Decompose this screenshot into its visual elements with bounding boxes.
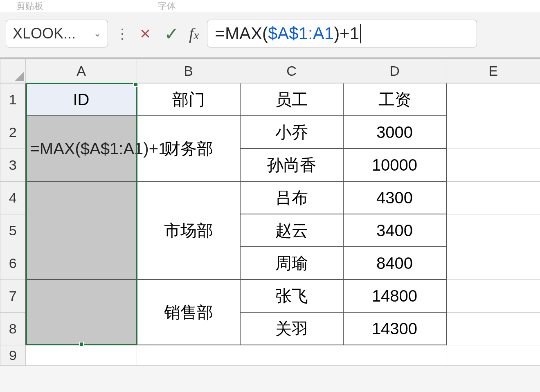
cell-C9[interactable]: [240, 345, 343, 365]
cancel-icon[interactable]: ×: [137, 23, 154, 44]
cell-D4[interactable]: 4300: [343, 181, 446, 214]
row-header-9[interactable]: 9: [0, 345, 26, 365]
formula-input[interactable]: =MAX($A$1:A1)+1: [207, 20, 477, 47]
cell-C5[interactable]: 赵云: [240, 214, 343, 247]
cell-E7[interactable]: [446, 279, 540, 312]
cell-D9[interactable]: [343, 345, 446, 365]
select-all-corner[interactable]: [0, 59, 26, 83]
cell-E6[interactable]: [446, 247, 540, 279]
cell-B1[interactable]: 部门: [137, 83, 240, 116]
cell-D1[interactable]: 工资: [343, 83, 446, 116]
cell-D2[interactable]: 3000: [343, 116, 446, 149]
cell-C4[interactable]: 吕布: [240, 181, 343, 214]
cell-A1[interactable]: ID: [26, 83, 137, 116]
cell-D7[interactable]: 14800: [343, 279, 446, 312]
col-header-A[interactable]: A: [26, 59, 137, 83]
row-header-3[interactable]: 3: [0, 149, 26, 181]
ribbon-right-hint: 字体: [158, 0, 176, 12]
cell-B4[interactable]: 市场部: [137, 181, 240, 279]
row-2: 2 =MAX($A$1:A1)+1 财务部 小乔 3000: [0, 116, 540, 149]
cell-D6[interactable]: 8400: [343, 247, 446, 279]
spreadsheet-grid[interactable]: A B C D E 1 ID 部门 员工 工资 2 =MAX($A$1:A1)+…: [0, 58, 540, 366]
cell-E1[interactable]: [446, 83, 540, 116]
cell-A4[interactable]: [26, 181, 137, 279]
formula-text-suffix: )+1: [334, 24, 359, 43]
column-header-row: A B C D E: [0, 59, 540, 83]
cell-B7[interactable]: 销售部: [137, 279, 240, 345]
formula-bar-row: XLOOK... ⌄ ⋮ × ✓ fx =MAX($A$1:A1)+1: [0, 12, 540, 58]
text-cursor: [360, 24, 361, 43]
cell-D8[interactable]: 14300: [343, 312, 446, 345]
cell-C1[interactable]: 员工: [240, 83, 343, 116]
formula-controls: × ✓ fx: [137, 23, 199, 44]
cell-A9[interactable]: [26, 345, 137, 365]
formula-text-prefix: =MAX(: [215, 24, 268, 43]
separator-dots-icon: ⋮: [114, 30, 131, 37]
col-header-C[interactable]: C: [240, 59, 343, 83]
formula-text-ref: $A$1:A1: [268, 24, 334, 43]
col-header-D[interactable]: D: [343, 59, 446, 83]
name-box-value: XLOOK...: [13, 25, 76, 42]
cell-D3[interactable]: 10000: [343, 149, 446, 181]
accept-icon[interactable]: ✓: [163, 23, 180, 44]
cell-B9[interactable]: [137, 345, 240, 365]
fx-icon[interactable]: fx: [189, 24, 199, 43]
row-4: 4 市场部 吕布 4300: [0, 181, 540, 214]
name-box[interactable]: XLOOK... ⌄: [6, 20, 108, 47]
cell-D5[interactable]: 3400: [343, 214, 446, 247]
row-7: 7 销售部 张飞 14800: [0, 279, 540, 312]
row-header-5[interactable]: 5: [0, 214, 26, 247]
row-header-8[interactable]: 8: [0, 312, 26, 345]
sheet-table[interactable]: A B C D E 1 ID 部门 员工 工资 2 =MAX($A$1:A1)+…: [0, 58, 540, 366]
row-1: 1 ID 部门 员工 工资: [0, 83, 540, 116]
ribbon-left-hint: 剪贴板: [16, 0, 43, 12]
cell-C3[interactable]: 孙尚香: [240, 149, 343, 181]
row-header-7[interactable]: 7: [0, 279, 26, 312]
cell-C7[interactable]: 张飞: [240, 279, 343, 312]
cell-E4[interactable]: [446, 181, 540, 214]
chevron-down-icon[interactable]: ⌄: [92, 28, 103, 39]
cell-C2[interactable]: 小乔: [240, 116, 343, 149]
cell-E5[interactable]: [446, 214, 540, 247]
row-header-2[interactable]: 2: [0, 116, 26, 149]
cell-C6[interactable]: 周瑜: [240, 247, 343, 279]
cell-A2-editing[interactable]: =MAX($A$1:A1)+1: [26, 116, 137, 181]
row-header-1[interactable]: 1: [0, 83, 26, 116]
cell-E3[interactable]: [446, 149, 540, 181]
cell-A7[interactable]: [26, 279, 137, 345]
row-9: 9: [0, 345, 540, 365]
cell-E2[interactable]: [446, 116, 540, 149]
row-header-6[interactable]: 6: [0, 247, 26, 279]
cell-E8[interactable]: [446, 312, 540, 345]
cell-E9[interactable]: [446, 345, 540, 365]
row-header-4[interactable]: 4: [0, 181, 26, 214]
cell-C8[interactable]: 关羽: [240, 312, 343, 345]
col-header-B[interactable]: B: [137, 59, 240, 83]
ribbon-fragment: 剪贴板 字体: [0, 0, 540, 12]
col-header-E[interactable]: E: [446, 59, 540, 83]
